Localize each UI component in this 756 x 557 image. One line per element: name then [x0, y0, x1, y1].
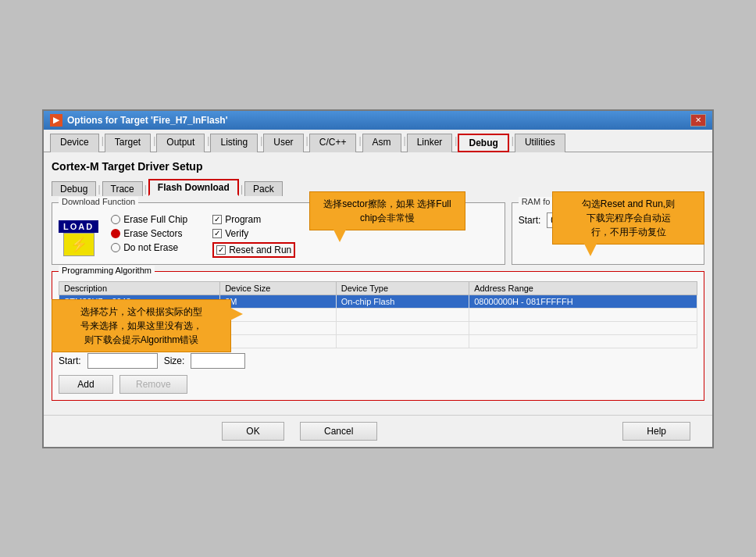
callout-reset-text: 勾选Reset and Run,则下载完程序会自动运行，不用手动复位: [582, 198, 675, 237]
callout-chip-select: 选择芯片，这个根据实际的型号来选择，如果这里没有选，则下载会提示Algorith…: [52, 299, 231, 352]
help-button[interactable]: Help: [622, 422, 690, 441]
inner-tab-debug[interactable]: Debug: [52, 181, 96, 196]
tab-debug[interactable]: Debug: [458, 134, 508, 152]
erase-full-chip-radio-btn[interactable]: [111, 215, 120, 224]
verify-checkbox[interactable]: [212, 229, 222, 238]
prog-algo-label: Programming Algorithm: [59, 266, 155, 275]
tab-utilities[interactable]: Utilities: [515, 134, 565, 152]
reset-run-check-item[interactable]: Reset and Run: [212, 242, 295, 258]
titlebar-title: ▶ Options for Target 'Fire_H7_InFlash': [50, 114, 228, 127]
program-label: Program: [225, 214, 261, 225]
tab-device[interactable]: Device: [50, 134, 99, 152]
verify-label: Verify: [225, 228, 248, 239]
tab-linker[interactable]: Linker: [407, 134, 453, 152]
reset-run-label: Reset and Run: [229, 245, 291, 255]
start-label: Start:: [519, 215, 541, 226]
tab-user[interactable]: User: [263, 134, 303, 152]
callout3-arrow: [230, 308, 243, 320]
top-tabs: Device | Target | Output | Listing | Use…: [44, 130, 712, 152]
erase-full-chip-label: Erase Full Chip: [123, 214, 187, 225]
cell-device-type: On-chip Flash: [336, 295, 469, 308]
cell-device-size: 2M: [220, 295, 337, 308]
prog-size-label: Size:: [164, 355, 185, 366]
callout-chip-text: 选择芯片，这个根据实际的型号来选择，如果这里没有选，则下载会提示Algorith…: [80, 306, 202, 345]
erase-radio-group: Erase Full Chip Erase Sectors Do not Era…: [111, 214, 187, 253]
callout-sector-erase: 选择sector擦除，如果 选择Full chip会非常慢: [309, 191, 465, 230]
inner-tab-trace[interactable]: Trace: [102, 181, 143, 196]
load-img: ⚡: [63, 233, 94, 256]
load-icon: LOAD ⚡: [59, 220, 98, 256]
tab-listing[interactable]: Listing: [210, 134, 258, 152]
program-check-item[interactable]: Program: [212, 214, 295, 225]
main-window: ▶ Options for Target 'Fire_H7_InFlash' ✕…: [42, 109, 714, 448]
prog-size-input[interactable]: [191, 353, 245, 369]
remove-button[interactable]: Remove: [119, 375, 187, 394]
col-address-range: Address Range: [469, 281, 697, 295]
do-not-erase-label: Do not Erase: [123, 242, 178, 253]
col-device-type: Device Type: [336, 281, 469, 295]
tab-output[interactable]: Output: [156, 134, 205, 152]
inner-tab-flash-download[interactable]: Flash Download: [148, 179, 239, 196]
inner-tab-pack[interactable]: Pack: [244, 181, 283, 196]
ok-button[interactable]: OK: [222, 422, 284, 441]
main-content: Cortex-M Target Driver Setup Debug | Tra…: [44, 152, 712, 415]
titlebar: ▶ Options for Target 'Fire_H7_InFlash' ✕: [44, 111, 712, 130]
window-title: Options for Target 'Fire_H7_InFlash': [67, 115, 228, 126]
section-title: Cortex-M Target Driver Setup: [52, 160, 704, 173]
tab-target[interactable]: Target: [105, 134, 151, 152]
bottom-buttons: OK Cancel Help: [44, 415, 712, 447]
close-button[interactable]: ✕: [690, 114, 706, 127]
cancel-button[interactable]: Cancel: [300, 422, 377, 441]
prog-start-input[interactable]: [87, 353, 158, 369]
erase-sectors-radio-btn[interactable]: [111, 229, 120, 238]
do-not-erase-radio[interactable]: Do not Erase: [111, 242, 187, 253]
erase-sectors-label: Erase Sectors: [123, 228, 182, 239]
do-not-erase-radio-btn[interactable]: [111, 243, 120, 252]
tab-asm[interactable]: Asm: [362, 134, 401, 152]
prog-bottom: Start: Size:: [59, 353, 697, 369]
callout2-arrow: [584, 244, 597, 256]
load-text: LOAD: [59, 220, 98, 233]
verify-check-item[interactable]: Verify: [212, 228, 295, 239]
col-description: Description: [59, 281, 220, 295]
download-function-label: Download Function: [59, 197, 138, 206]
program-checkbox[interactable]: [212, 215, 222, 224]
callout-sector-text: 选择sector擦除，如果 选择Full chip会非常慢: [323, 198, 451, 223]
erase-full-chip-radio[interactable]: Erase Full Chip: [111, 214, 187, 225]
callout-reset-run: 勾选Reset and Run,则下载完程序会自动运行，不用手动复位: [552, 191, 704, 245]
app-icon: ▶: [50, 114, 62, 127]
callout1-arrow: [333, 230, 346, 242]
tab-cpp[interactable]: C/C++: [309, 134, 357, 152]
col-device-size: Device Size: [220, 281, 337, 295]
reset-run-checkbox[interactable]: [216, 245, 226, 255]
erase-sectors-radio[interactable]: Erase Sectors: [111, 228, 187, 239]
algo-buttons: Add Remove: [59, 375, 697, 394]
check-group: Program Verify Reset and Run: [212, 214, 295, 258]
prog-start-label: Start:: [59, 355, 81, 366]
cell-address-range: 08000000H - 081FFFFFH: [469, 295, 697, 308]
add-button[interactable]: Add: [59, 375, 113, 394]
